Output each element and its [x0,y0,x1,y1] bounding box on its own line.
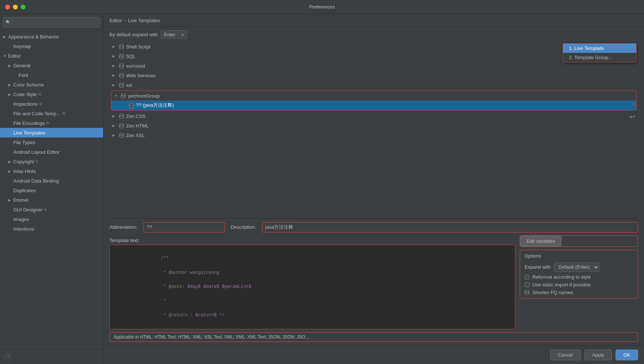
template-list: ▶ ✓ Shell Script ▶ ✓ SQL ▶ [109,42,638,215]
group-arrow-icon: ▶ [112,133,117,137]
template-group-xsl[interactable]: ▶ ✓ xsl [109,80,638,90]
template-group-zen-xsl[interactable]: ▶ ✓ Zen XSL [109,130,638,140]
sidebar-item-file-encodings[interactable]: File Encodings ⧉ [0,118,103,128]
sidebar-item-label: Intentions [13,226,34,232]
sidebar-item-inspections[interactable]: Inspections ⧉ [0,99,103,109]
preferences-window: Preferences 🔍 ▶ Appearance & Behavior Ke… [0,0,644,364]
sidebar-item-label: Code Style [13,92,37,97]
sidebar-item-gui-designer[interactable]: GUI Designer ⧉ [0,205,103,214]
group-checkbox-zen-html[interactable]: ✓ [119,123,124,128]
title-bar: Preferences [0,0,644,14]
sidebar-item-appearance[interactable]: ▶ Appearance & Behavior [0,32,103,41]
right-options-panel: Edit variables Options Expand with Defau… [520,235,638,299]
copy-icon: ⧉ [46,121,49,125]
sidebar-item-font[interactable]: Font [0,70,103,80]
group-checkbox-yechromgroup[interactable]: ✓ [121,93,126,98]
sidebar-item-label: General [13,63,30,68]
static-import-checkbox-row: Use static import if possible [525,282,633,288]
group-checkbox-zen-xsl[interactable]: ✓ [119,133,124,138]
expand-default-label: By default expand with [109,32,158,37]
group-arrow-icon: ▶ [112,114,117,118]
sidebar-item-code-style[interactable]: ▶ Code Style ⧉ [0,89,103,99]
sidebar-item-label: Inlay Hints [13,169,36,174]
sidebar-item-editor[interactable]: ▼ Editor [0,51,103,61]
sidebar-item-keymap[interactable]: Keymap [0,41,103,51]
group-checkbox-xsl[interactable]: ✓ [119,83,124,88]
edit-variables-outline: Edit variables [520,235,638,247]
sidebar-item-label: Images [13,217,29,222]
minimize-button[interactable] [13,4,18,9]
copy-icon: ⧉ [39,102,42,106]
sidebar-item-emmet[interactable]: ▶ Emmet [0,195,103,205]
expand-default-select[interactable]: Enter Tab Space [161,30,187,39]
template-group-shell-script[interactable]: ▶ ✓ Shell Script [109,42,638,51]
undo-button[interactable]: ↩ [628,111,637,122]
group-checkbox-surround[interactable]: ✓ [119,64,124,68]
search-input[interactable] [3,17,100,27]
item-checkbox-question-marks[interactable]: ✓ [129,103,134,108]
group-name: yechromGroup [128,93,160,99]
sidebar-item-label: Android Data Binding [13,178,59,184]
maximize-button[interactable] [21,4,26,9]
abbrev-desc-row: Abbreviation: Description: [109,222,638,232]
sidebar-item-images[interactable]: Images [0,214,103,224]
template-group-zen-css[interactable]: ▶ ✓ Zen CSS [109,111,638,121]
sidebar-item-file-code-templates[interactable]: File and Code Temp… ⧉ [0,109,103,118]
breadcrumb-active: Live Templates [128,18,160,23]
sidebar-item-file-types[interactable]: File Types [0,137,103,147]
template-textarea[interactable]: /** * @author wangqiuyang * @date: $day$… [109,245,515,329]
copy-icon: ⧉ [44,207,47,212]
arrow-icon: ▶ [8,92,13,96]
popup-item-template-group[interactable]: 2. Template Group… [563,53,636,62]
template-group-web-services[interactable]: ▶ ✓ Web Services [109,71,638,80]
group-checkbox-sql[interactable]: ✓ [119,54,124,59]
sidebar-item-general[interactable]: ▶ General [0,61,103,70]
applicable-in-row[interactable]: Applicable in HTML: HTML Text; HTML; XML… [109,332,638,342]
sidebar-item-color-scheme[interactable]: ▶ Color Scheme [0,80,103,89]
shorten-fq-checkbox[interactable]: ✓ [525,290,529,295]
reformat-checkbox[interactable] [525,275,529,279]
sidebar-item-label: Appearance & Behavior [8,34,59,40]
sidebar-item-android-layout-editor[interactable]: Android Layout Editor [0,147,103,157]
sidebar-item-label: File and Code Temp… [13,111,61,116]
abbreviation-input[interactable] [143,222,225,232]
group-name: Zen XSL [126,133,145,138]
group-checkbox-zen-css[interactable]: ✓ [119,114,124,119]
ok-button[interactable]: OK [616,350,638,360]
yechrom-group-outline: ▼ ✓ yechromGroup ✓ ?? (java方法注释) [111,91,637,110]
sidebar-item-intentions[interactable]: Intentions [0,224,103,234]
sidebar-item-label: Font [18,72,28,78]
sidebar-item-duplicates[interactable]: Duplicates [0,186,103,195]
sidebar-item-copyright[interactable]: ▶ Copyright ⧉ [0,157,103,166]
cancel-button[interactable]: Cancel [550,350,580,360]
expand-with-select[interactable]: Default (Enter) Enter Tab Space [554,262,599,272]
group-checkbox-shell-script[interactable]: ✓ [119,44,124,49]
main-panel: Editor › Live Templates By default expan… [104,14,644,364]
template-group-surround[interactable]: ▶ ✓ surround [109,61,638,71]
group-arrow-icon: ▶ [112,64,117,68]
shorten-fq-label: Shorten FQ names [532,290,573,295]
close-button[interactable] [5,4,10,9]
sidebar-item-live-templates[interactable]: Live Templates [0,128,103,137]
sidebar-item-android-data-binding[interactable]: Android Data Binding [0,176,103,186]
sidebar-item-inlay-hints[interactable]: ▶ Inlay Hints [0,166,103,176]
popup-item-live-template[interactable]: 1. Live Template [563,44,636,53]
sidebar-item-label: Inspections [13,101,38,107]
template-group-yechromgroup[interactable]: ▼ ✓ yechromGroup [111,91,636,101]
template-group-sql[interactable]: ▶ ✓ SQL [109,51,638,61]
breadcrumb-root: Editor [109,18,122,23]
sidebar-item-label: File Encodings [13,120,45,126]
edit-variables-button[interactable]: Edit variables [520,236,562,246]
static-import-checkbox[interactable] [525,282,529,287]
template-group-zen-html[interactable]: ▶ ✓ Zen HTML [109,121,638,130]
arrow-icon: ▶ [3,35,8,39]
help-button[interactable]: ? [4,353,12,361]
apply-button[interactable]: Apply [584,350,612,360]
group-name: surround [126,63,145,69]
expand-default-dropdown-wrap: Enter Tab Space ▼ [161,30,187,39]
group-checkbox-web-services[interactable]: ✓ [119,73,124,78]
arrow-icon: ▶ [8,169,13,173]
template-item-question-marks[interactable]: ✓ ?? (java方法注释) [111,101,636,110]
arrow-icon: ▶ [8,198,13,202]
description-input[interactable] [262,222,638,232]
